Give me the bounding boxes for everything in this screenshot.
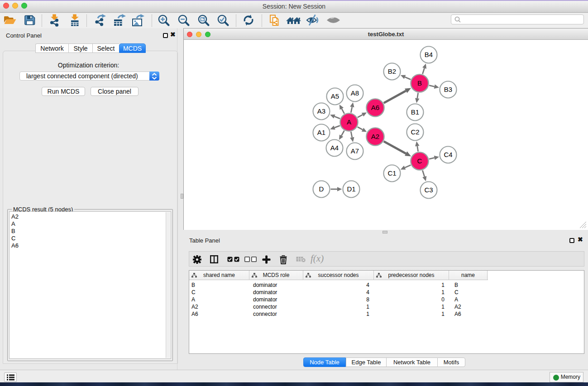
svg-text:A6: A6 <box>371 104 379 111</box>
svg-text:B: B <box>417 79 422 87</box>
svg-text:D: D <box>319 185 324 193</box>
svg-text:B2: B2 <box>388 67 396 75</box>
svg-text:A1: A1 <box>317 129 325 136</box>
svg-text:D1: D1 <box>347 185 355 193</box>
svg-text:A8: A8 <box>351 89 359 97</box>
svg-text:C1: C1 <box>387 169 396 177</box>
svg-text:C3: C3 <box>424 186 433 194</box>
svg-text:C4: C4 <box>444 151 452 158</box>
svg-text:A4: A4 <box>330 144 339 152</box>
svg-text:B3: B3 <box>444 86 452 93</box>
svg-text:A2: A2 <box>371 133 379 140</box>
svg-text:B1: B1 <box>411 108 419 116</box>
svg-text:A5: A5 <box>331 92 339 100</box>
svg-text:C2: C2 <box>411 128 419 136</box>
svg-text:A: A <box>347 118 351 126</box>
svg-text:B4: B4 <box>425 51 433 58</box>
svg-text:C: C <box>417 157 422 165</box>
svg-text:A3: A3 <box>317 107 325 115</box>
svg-text:A7: A7 <box>351 147 359 155</box>
